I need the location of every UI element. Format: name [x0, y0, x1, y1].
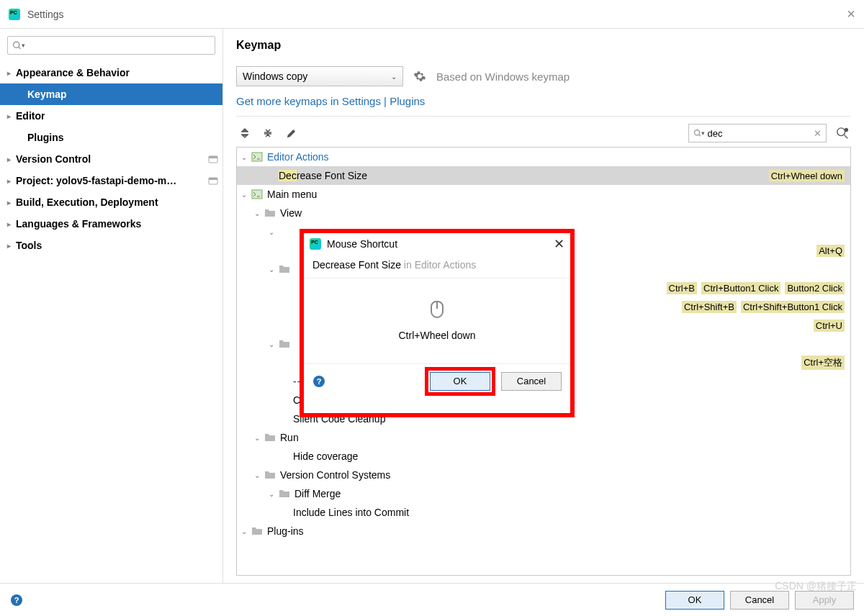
tree-label: Run	[280, 432, 845, 443]
app-icon	[9, 9, 20, 20]
apply-button[interactable]: Apply	[795, 591, 854, 610]
tree-row[interactable]: Hide coverage	[237, 447, 850, 466]
cancel-button[interactable]: Cancel	[501, 372, 562, 391]
project-badge-icon	[208, 154, 218, 164]
tree-row[interactable]: ⌄Editor Actions	[237, 148, 850, 166]
dialog-titlebar: Mouse Shortcut ✕	[304, 233, 570, 255]
tree-arrow-icon: ⌄	[269, 266, 279, 273]
chevron-down-icon: ⌄	[391, 73, 397, 81]
tree-label: Editor Actions	[267, 151, 845, 163]
window-title: Settings	[27, 9, 64, 20]
ok-highlight-frame: OK	[425, 367, 495, 396]
tree-row[interactable]: ⌄Diff Merge	[237, 484, 850, 503]
nav-tree: ▸Appearance & BehaviorKeymap▸EditorPlugi…	[0, 60, 222, 616]
action-search-input[interactable]	[708, 128, 814, 139]
keymap-select[interactable]: Windows copy ⌄	[236, 66, 403, 86]
edit-icon[interactable]	[282, 124, 300, 142]
more-keymaps-link[interactable]: Get more keymaps in Settings | Plugins	[236, 95, 851, 107]
nav-item-7[interactable]: ▸Languages & Frameworks	[0, 213, 222, 235]
nav-item-6[interactable]: ▸Build, Execution, Deployment	[0, 191, 222, 213]
find-by-shortcut-icon[interactable]	[834, 124, 851, 142]
svg-rect-12	[252, 190, 262, 199]
nav-label: Editor	[16, 110, 218, 122]
dialog-shortcut: Ctrl+Wheel down	[399, 330, 476, 341]
help-icon[interactable]: ?	[10, 594, 23, 607]
shortcut-badges: Alt+Q	[816, 245, 845, 257]
svg-text:?: ?	[317, 377, 322, 386]
tree-row[interactable]: ⌄Plug-ins	[237, 522, 850, 540]
dialog-footer: ? OK Cancel	[304, 363, 570, 398]
tree-row[interactable]: ⌄Version Control Systems	[237, 466, 850, 484]
chevron-down-icon: ▾	[701, 130, 705, 137]
nav-item-1[interactable]: Keymap	[0, 83, 222, 105]
clear-icon[interactable]: ✕	[814, 128, 822, 139]
tree-row[interactable]: ⌄Run	[237, 428, 850, 447]
nav-item-4[interactable]: ▸Version Control	[0, 148, 222, 170]
tree-label: Include Lines into Commit	[293, 507, 845, 518]
folder-icon	[279, 488, 290, 499]
tree-label: Main menu	[267, 189, 845, 200]
tree-row[interactable]: ⌄View	[237, 204, 850, 222]
page-title: Keymap	[236, 39, 851, 52]
ok-button[interactable]: OK	[430, 372, 490, 391]
folder-icon	[264, 432, 276, 443]
dialog-body[interactable]: Ctrl+Wheel down	[304, 278, 570, 363]
tree-arrow-icon: ⌄	[254, 209, 264, 217]
gear-icon[interactable]	[413, 70, 426, 83]
tree-arrow-icon: ⌄	[269, 490, 279, 498]
cancel-button[interactable]: Cancel	[730, 591, 789, 610]
divider	[236, 116, 851, 117]
tree-row[interactable]: Include Lines into Commit	[237, 503, 850, 522]
close-icon[interactable]: ×	[847, 6, 855, 22]
shortcut-badges: Ctrl+U	[814, 320, 845, 332]
settings-sidebar: ▾ ▸Appearance & BehaviorKeymap▸EditorPlu…	[0, 29, 223, 616]
ok-button[interactable]: OK	[665, 591, 724, 610]
app-icon	[310, 238, 321, 250]
svg-point-8	[837, 128, 845, 136]
actions-toolbar: ▾ ✕	[236, 124, 851, 142]
based-on-label: Based on Windows keymap	[436, 71, 570, 83]
nav-item-5[interactable]: ▸Project: yolov5-fastapi-demo-m…	[0, 170, 222, 191]
nav-label: Languages & Frameworks	[16, 218, 218, 230]
action-search[interactable]: ▾ ✕	[688, 124, 827, 142]
expand-all-icon[interactable]	[236, 124, 253, 142]
sidebar-search-input[interactable]	[25, 40, 210, 51]
nav-item-8[interactable]: ▸Tools	[0, 235, 222, 256]
chevron-right-icon: ▸	[7, 199, 16, 207]
tree-row[interactable]: ⌄Main menu	[237, 185, 850, 204]
nav-label: Project: yolov5-fastapi-demo-m…	[16, 175, 208, 186]
chevron-right-icon: ▸	[7, 112, 16, 120]
folder-icon	[251, 525, 263, 537]
nav-item-0[interactable]: ▸Appearance & Behavior	[0, 62, 222, 83]
svg-rect-5	[209, 178, 217, 180]
nav-item-2[interactable]: ▸Editor	[0, 105, 222, 127]
svg-line-9	[845, 135, 848, 139]
svg-text:?: ?	[14, 596, 19, 604]
folder-icon	[264, 207, 276, 219]
nav-label: Version Control	[16, 153, 208, 165]
tree-label: Diff Merge	[294, 488, 845, 499]
dialog-title: Mouse Shortcut	[327, 238, 397, 250]
close-icon[interactable]: ✕	[554, 236, 564, 252]
svg-rect-11	[252, 153, 262, 161]
dialog-context: in Editor Actions	[404, 259, 476, 271]
help-icon[interactable]: ?	[312, 375, 325, 388]
tree-label: Decrease Font Size	[279, 170, 769, 181]
chevron-right-icon: ▸	[7, 220, 16, 228]
tree-label: View	[280, 207, 845, 219]
search-icon	[12, 40, 22, 50]
tree-row[interactable]: Decrease Font SizeCtrl+Wheel down	[237, 166, 850, 185]
sidebar-search[interactable]: ▾	[7, 36, 215, 55]
tree-arrow-icon: ⌄	[269, 340, 279, 348]
nav-item-3[interactable]: Plugins	[0, 127, 222, 148]
folder-icon	[264, 469, 276, 481]
shortcut-badges: Ctrl+BCtrl+Button1 ClickButton2 Click	[667, 282, 845, 294]
tree-arrow-icon: ⌄	[241, 191, 251, 199]
collapse-all-icon[interactable]	[259, 124, 276, 142]
dialog-subtitle: Decrease Font Size in Editor Actions	[304, 255, 570, 278]
project-badge-icon	[208, 176, 218, 186]
settings-footer: ? OK Cancel Apply	[0, 583, 864, 616]
svg-point-0	[14, 42, 19, 47]
folder-icon	[279, 263, 290, 275]
tree-label: Plug-ins	[267, 525, 845, 537]
